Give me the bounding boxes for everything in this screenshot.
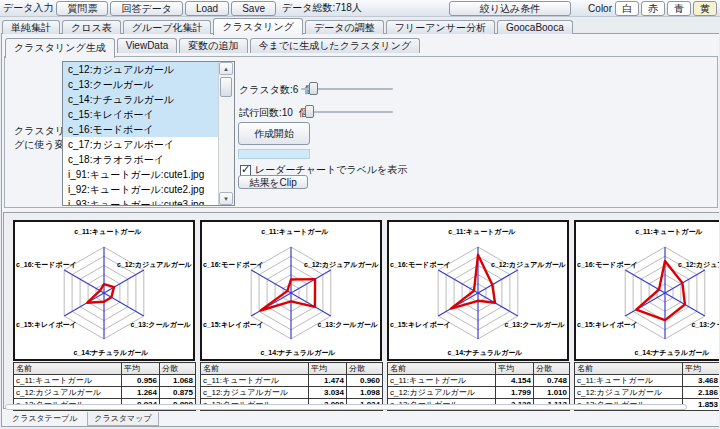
- radar-axis-label: c_14:ナチュラルガール: [260, 349, 335, 357]
- radar-label-checkbox[interactable]: ✓: [240, 165, 251, 176]
- column-header: 名前: [575, 363, 683, 375]
- subtab-generated-clusterings[interactable]: 今までに生成したクラスタリング: [250, 38, 421, 53]
- trial-count-slider[interactable]: [301, 105, 393, 118]
- load-button[interactable]: Load: [185, 1, 229, 16]
- slider-track: [301, 111, 393, 113]
- tab-cross-table[interactable]: クロス表: [62, 20, 121, 34]
- tab-group-tally[interactable]: グループ化集計: [123, 20, 212, 34]
- subtab-clustering-create[interactable]: クラスタリング生成: [5, 38, 115, 58]
- cluster-panel-1: c_11:キュートガールc_12:カジュアルガールc_13:クールガールc_14…: [13, 220, 195, 411]
- clip-button[interactable]: 結果をClip: [238, 175, 308, 189]
- radar-axis-label: c_13:クールガール: [130, 321, 191, 329]
- tab-goocabooca[interactable]: GoocaBooca: [497, 20, 573, 34]
- clustering-page: クラスタリング生成ViewData変数の追加今までに生成したクラスタリング クラ…: [1, 33, 719, 427]
- status-tab-cluster-map[interactable]: クラスタマップ: [87, 412, 158, 426]
- variable-list-item[interactable]: i_91:キュートガール:cute1.jpg: [63, 167, 219, 182]
- scrollbar-thumb[interactable]: [220, 77, 232, 97]
- table-header-row: 名前平均分散: [201, 363, 383, 375]
- radar-chart: c_11:キュートガールc_12:カジュアルガールc_13:クールガールc_14…: [13, 220, 195, 361]
- answer-data-button[interactable]: 回答データ: [110, 1, 182, 16]
- variance-cell: 0.960: [347, 375, 383, 387]
- radar-svg: c_11:キュートガールc_12:カジュアルガールc_13:クールガールc_14…: [202, 222, 380, 359]
- color-blue-button[interactable]: 青: [667, 1, 691, 16]
- table-row[interactable]: c_11:キュートガール3.468: [575, 375, 720, 387]
- slider-thumb[interactable]: [309, 82, 318, 95]
- list-scrollbar[interactable]: ▲ ▼: [218, 62, 234, 205]
- radar-axis-label: c_13:クールガール: [691, 321, 719, 329]
- variable-list-item[interactable]: c_14:ナチュラルガール: [63, 92, 219, 107]
- variable-list-item[interactable]: c_13:クールガール: [63, 77, 219, 92]
- column-header: 分散: [160, 363, 196, 375]
- radar-axis-label: c_11:キュートガール: [261, 228, 328, 236]
- table-row[interactable]: c_12:カジュアルガール2.186: [575, 387, 720, 399]
- radar-axis-label: c_16:モードボーイ: [577, 261, 638, 269]
- cluster-panel-3: c_11:キュートガールc_12:カジュアルガールc_13:クールガールc_14…: [387, 220, 569, 411]
- subtab-viewdata[interactable]: ViewData: [117, 38, 178, 53]
- subtab-add-variables[interactable]: 変数の追加: [179, 38, 247, 53]
- cluster-panel-2: c_11:キュートガールc_12:カジュアルガールc_13:クールガールc_14…: [200, 220, 382, 411]
- variable-list-item[interactable]: i_92:キュートガール:cute2.jpg: [63, 182, 219, 197]
- table-header-row: 名前平均分散: [575, 363, 720, 375]
- table-row[interactable]: c_11:キュートガール1.4740.960: [201, 375, 383, 387]
- tab-free-answer-analysis[interactable]: フリーアンサー分析: [386, 20, 495, 34]
- variance-cell: 1.010: [534, 387, 570, 399]
- radar-axis: [291, 270, 331, 293]
- total-count-label: データ総数:718人: [282, 1, 362, 15]
- radar-axis-label: c_15:キレイボーイ: [390, 321, 451, 329]
- variables-listbox[interactable]: c_12:カジュアルガールc_13:クールガールc_14:ナチュラルガールc_1…: [62, 61, 235, 206]
- mean-cell: 1.853: [683, 399, 720, 411]
- questionnaire-button[interactable]: 質問票: [56, 1, 108, 16]
- color-red-button[interactable]: 赤: [641, 1, 665, 16]
- radar-axis-label: c_16:モードボーイ: [16, 261, 77, 269]
- scroll-up-icon[interactable]: ▲: [219, 62, 233, 75]
- variable-list-item[interactable]: c_18:オラオラボーイ: [63, 152, 219, 167]
- tab-clustering[interactable]: クラスタリング: [213, 18, 303, 35]
- table-row[interactable]: c_11:キュートガール4.1540.748: [388, 375, 570, 387]
- radar-axis-label: c_16:モードボーイ: [390, 261, 451, 269]
- radar-chart: c_11:キュートガールc_12:カジュアルガールc_13:クールガールc_14…: [574, 220, 719, 361]
- start-button[interactable]: 作成開始: [238, 122, 310, 145]
- variable-name-cell: c_11:キュートガール: [201, 375, 309, 387]
- column-header: 名前: [388, 363, 496, 375]
- trial-count-row: 試行回数:10個: [239, 106, 309, 120]
- table-row[interactable]: c_12:カジュアルガール3.0341.098: [201, 387, 383, 399]
- charts-row: c_11:キュートガールc_12:カジュアルガールc_13:クールガールc_14…: [4, 213, 719, 411]
- variance-cell: 0.748: [534, 375, 570, 387]
- variable-list-item[interactable]: c_16:モードボーイ: [63, 122, 219, 137]
- sub-tab-bar: クラスタリング生成ViewData変数の追加今までに生成したクラスタリング: [5, 38, 422, 56]
- slider-thumb[interactable]: [305, 105, 314, 118]
- filter-button[interactable]: 絞り込み条件: [449, 1, 571, 16]
- radar-axis: [64, 293, 104, 316]
- mean-cell: 2.186: [683, 387, 720, 399]
- variable-list: c_12:カジュアルガールc_13:クールガールc_14:ナチュラルガールc_1…: [63, 62, 219, 205]
- table-row[interactable]: c_12:カジュアルガール1.2640.875: [14, 387, 196, 399]
- table-row[interactable]: c_12:カジュアルガール1.7991.010: [388, 387, 570, 399]
- color-yellow-button[interactable]: 黄: [693, 1, 717, 16]
- tab-simple-tally[interactable]: 単純集計: [2, 20, 60, 34]
- radar-chart: c_11:キュートガールc_12:カジュアルガールc_13:クールガールc_14…: [387, 220, 569, 361]
- color-buttons: 白赤青黄: [615, 1, 717, 16]
- main-tab-bar: 単純集計クロス表グループ化集計クラスタリングデータの調整フリーアンサー分析Goo…: [2, 17, 720, 34]
- mean-cell: 1.474: [309, 375, 347, 387]
- status-tab-cluster-table[interactable]: クラスタテーブル: [6, 412, 83, 425]
- scroll-down-icon[interactable]: ▼: [219, 192, 233, 205]
- radar-svg: c_11:キュートガールc_12:カジュアルガールc_13:クールガールc_14…: [576, 222, 719, 359]
- variable-name-cell: c_11:キュートガール: [388, 375, 496, 387]
- color-label: Color: [588, 3, 612, 14]
- variable-list-item[interactable]: c_12:カジュアルガール: [63, 62, 219, 77]
- save-button[interactable]: Save: [231, 1, 276, 16]
- mean-cell: 4.154: [496, 375, 534, 387]
- horizontal-scrollbar[interactable]: [5, 404, 687, 410]
- cluster-count-slider[interactable]: [301, 82, 393, 95]
- tab-data-adjust[interactable]: データの調整: [305, 20, 384, 34]
- trial-count-label: 試行回数:10: [239, 107, 293, 118]
- cluster-count-row: クラスタ数:6個: [239, 83, 314, 97]
- variable-list-item[interactable]: c_15:キレイボーイ: [63, 107, 219, 122]
- radar-axis: [251, 270, 291, 293]
- color-white-button[interactable]: 白: [615, 1, 639, 16]
- variable-list-item[interactable]: c_17:カジュアルボーイ: [63, 137, 219, 152]
- table-row[interactable]: c_11:キュートガール0.9561.068: [14, 375, 196, 387]
- column-header: 平均: [496, 363, 534, 375]
- variable-list-item[interactable]: i_93:キュートガール:cute3.jpg: [63, 197, 219, 205]
- radar-chart: c_11:キュートガールc_12:カジュアルガールc_13:クールガールc_14…: [200, 220, 382, 361]
